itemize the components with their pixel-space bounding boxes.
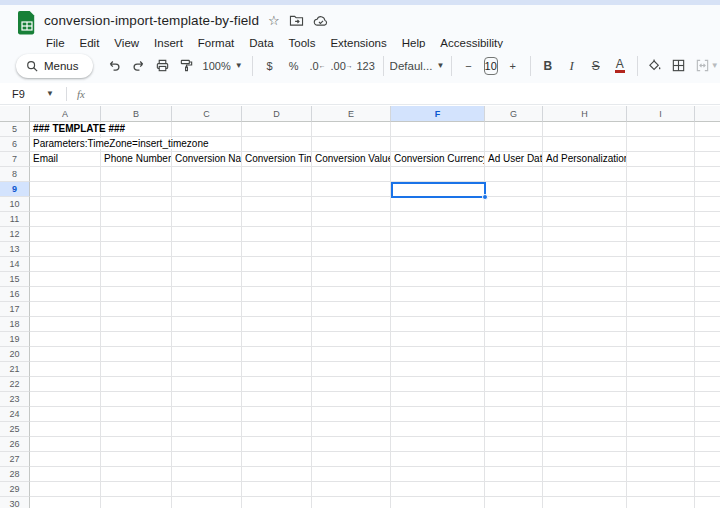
column-header-I[interactable]: I xyxy=(627,106,695,122)
cell-E15[interactable] xyxy=(312,272,391,287)
cell-H9[interactable] xyxy=(543,182,627,197)
cell-C26[interactable] xyxy=(172,437,242,452)
cell-I10[interactable] xyxy=(627,197,695,212)
cell-G19[interactable] xyxy=(485,332,543,347)
cell-D10[interactable] xyxy=(242,197,312,212)
column-header-F[interactable]: F xyxy=(391,106,485,122)
cell-D21[interactable] xyxy=(242,362,312,377)
cell-A5[interactable]: ### TEMPLATE ### xyxy=(30,122,101,137)
row-header-7[interactable]: 7 xyxy=(0,152,30,167)
cell-A27[interactable] xyxy=(30,452,101,467)
cell-B13[interactable] xyxy=(101,242,172,257)
cell-D17[interactable] xyxy=(242,302,312,317)
cell-partial-30[interactable] xyxy=(695,497,720,508)
row-header-20[interactable]: 20 xyxy=(0,347,30,362)
cell-G26[interactable] xyxy=(485,437,543,452)
cell-C18[interactable] xyxy=(172,317,242,332)
cell-I13[interactable] xyxy=(627,242,695,257)
cell-F13[interactable] xyxy=(391,242,485,257)
cell-B20[interactable] xyxy=(101,347,172,362)
cell-E13[interactable] xyxy=(312,242,391,257)
row-header-26[interactable]: 26 xyxy=(0,437,30,452)
cell-B26[interactable] xyxy=(101,437,172,452)
cell-D5[interactable] xyxy=(242,122,312,137)
cell-A30[interactable] xyxy=(30,497,101,508)
cell-D19[interactable] xyxy=(242,332,312,347)
cell-F14[interactable] xyxy=(391,257,485,272)
cell-E17[interactable] xyxy=(312,302,391,317)
row-header-5[interactable]: 5 xyxy=(0,122,30,137)
cell-A11[interactable] xyxy=(30,212,101,227)
cell-partial-13[interactable] xyxy=(695,242,720,257)
decrease-font-size-button[interactable]: − xyxy=(458,54,480,78)
cell-I25[interactable] xyxy=(627,422,695,437)
cell-D12[interactable] xyxy=(242,227,312,242)
cell-partial-10[interactable] xyxy=(695,197,720,212)
fill-color-button[interactable] xyxy=(644,54,666,78)
cell-partial-18[interactable] xyxy=(695,317,720,332)
select-all-corner[interactable] xyxy=(0,106,30,122)
cell-C30[interactable] xyxy=(172,497,242,508)
font-select[interactable]: Defaul... ▼ xyxy=(390,54,445,78)
cell-A10[interactable] xyxy=(30,197,101,212)
cell-F27[interactable] xyxy=(391,452,485,467)
cell-C16[interactable] xyxy=(172,287,242,302)
cell-C19[interactable] xyxy=(172,332,242,347)
cell-D28[interactable] xyxy=(242,467,312,482)
cell-H14[interactable] xyxy=(543,257,627,272)
selected-cell-F9[interactable] xyxy=(391,182,486,198)
cell-C11[interactable] xyxy=(172,212,242,227)
cell-A20[interactable] xyxy=(30,347,101,362)
cell-F28[interactable] xyxy=(391,467,485,482)
cell-D20[interactable] xyxy=(242,347,312,362)
cell-G9[interactable] xyxy=(485,182,543,197)
cell-G21[interactable] xyxy=(485,362,543,377)
cell-H26[interactable] xyxy=(543,437,627,452)
cell-F24[interactable] xyxy=(391,407,485,422)
cell-F7[interactable]: Conversion Currency xyxy=(391,152,485,167)
zoom-select[interactable]: 100% ▼ xyxy=(199,60,247,72)
cell-H27[interactable] xyxy=(543,452,627,467)
cell-C23[interactable] xyxy=(172,392,242,407)
cell-G20[interactable] xyxy=(485,347,543,362)
cell-E24[interactable] xyxy=(312,407,391,422)
row-header-22[interactable]: 22 xyxy=(0,377,30,392)
cell-C10[interactable] xyxy=(172,197,242,212)
cell-A18[interactable] xyxy=(30,317,101,332)
cell-C24[interactable] xyxy=(172,407,242,422)
cell-H24[interactable] xyxy=(543,407,627,422)
cell-D14[interactable] xyxy=(242,257,312,272)
cell-E26[interactable] xyxy=(312,437,391,452)
cell-H18[interactable] xyxy=(543,317,627,332)
cell-H29[interactable] xyxy=(543,482,627,497)
cell-I28[interactable] xyxy=(627,467,695,482)
cell-partial-9[interactable] xyxy=(695,182,720,197)
cell-E9[interactable] xyxy=(312,182,391,197)
cell-D11[interactable] xyxy=(242,212,312,227)
cell-I26[interactable] xyxy=(627,437,695,452)
cell-C25[interactable] xyxy=(172,422,242,437)
font-size-input[interactable]: 10 xyxy=(484,57,498,75)
cell-C7[interactable]: Conversion Name xyxy=(172,152,242,167)
cell-F11[interactable] xyxy=(391,212,485,227)
cell-A7[interactable]: Email xyxy=(30,152,101,167)
row-header-12[interactable]: 12 xyxy=(0,227,30,242)
borders-button[interactable] xyxy=(668,54,690,78)
decrease-decimal-button[interactable]: .0← xyxy=(307,54,329,78)
row-header-28[interactable]: 28 xyxy=(0,467,30,482)
row-header-25[interactable]: 25 xyxy=(0,422,30,437)
name-box[interactable]: F9 ▼ xyxy=(0,88,60,100)
star-icon[interactable]: ☆ xyxy=(268,14,280,27)
cell-E8[interactable] xyxy=(312,167,391,182)
cell-H19[interactable] xyxy=(543,332,627,347)
text-color-button[interactable]: A xyxy=(609,54,631,78)
cell-D23[interactable] xyxy=(242,392,312,407)
cell-C27[interactable] xyxy=(172,452,242,467)
cell-I22[interactable] xyxy=(627,377,695,392)
move-folder-icon[interactable] xyxy=(289,14,304,27)
cell-D16[interactable] xyxy=(242,287,312,302)
row-header-23[interactable]: 23 xyxy=(0,392,30,407)
cell-B23[interactable] xyxy=(101,392,172,407)
cell-A23[interactable] xyxy=(30,392,101,407)
cell-G17[interactable] xyxy=(485,302,543,317)
